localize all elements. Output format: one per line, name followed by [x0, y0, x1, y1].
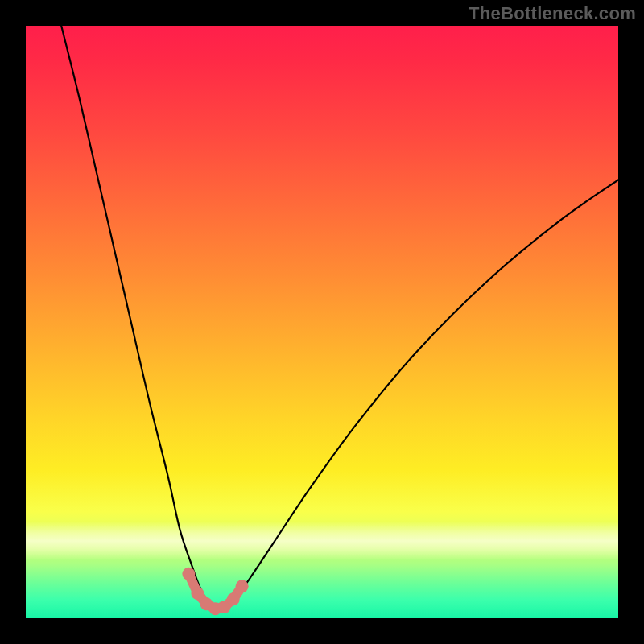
highlight-dot [236, 580, 249, 592]
highlight-dot [182, 568, 195, 580]
curve-svg [26, 26, 618, 618]
bottleneck-curve [61, 26, 618, 609]
highlight-markers [182, 568, 248, 615]
chart-frame: TheBottleneck.com [0, 0, 644, 644]
highlight-dot [227, 592, 240, 605]
plot-area [26, 26, 618, 618]
watermark-text: TheBottleneck.com [469, 3, 636, 24]
highlight-dot [191, 587, 204, 600]
